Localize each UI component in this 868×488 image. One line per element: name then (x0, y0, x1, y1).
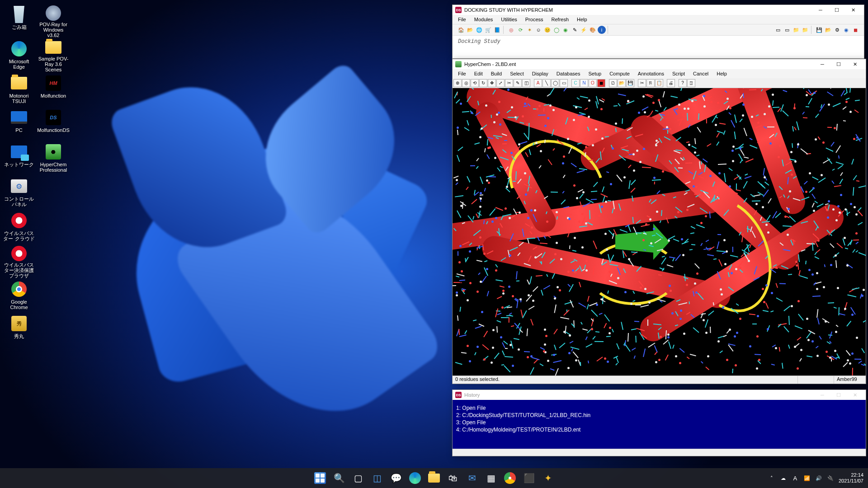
tb-wand-icon[interactable]: ⚡ (580, 26, 588, 34)
taskbar-store-icon[interactable]: 🛍 (445, 470, 461, 486)
start-button[interactable] (312, 470, 328, 486)
tool-rotate-z-icon[interactable]: ↻ (479, 79, 487, 87)
desktop-icon-molfunction[interactable]: HMMolfunction (36, 72, 71, 107)
tb-globe-icon[interactable]: 🌐 (475, 26, 483, 34)
tb-home-icon[interactable]: 🏠 (457, 26, 465, 34)
hyperchem-titlebar[interactable]: HyperChem - 2LBD.ent ─ ☐ ✕ (453, 59, 866, 69)
desktop-icon-recycle[interactable]: ごみ箱 (2, 4, 36, 38)
desktop-icon-chrome[interactable]: Google Chrome (2, 278, 36, 313)
tray-ime-icon[interactable]: A (792, 474, 799, 482)
tool-rect-icon[interactable]: ▭ (560, 79, 568, 87)
chat-button[interactable]: 💬 (388, 470, 404, 486)
desktop-icon-molfunctionds[interactable]: DSMolfunctionDS (36, 107, 71, 141)
history-titlebar[interactable]: DS History ─ ☐ ✕ (453, 390, 866, 400)
tb-open-icon[interactable]: 📂 (466, 26, 474, 34)
tray-power-icon[interactable]: 🔌 (827, 474, 834, 482)
tool-line-icon[interactable]: ╲ (542, 79, 551, 87)
desktop-icon-hidemaru[interactable]: 秀秀丸 (2, 313, 36, 347)
taskbar-mail-icon[interactable]: ✉ (464, 470, 480, 486)
tb-info-icon[interactable]: i (598, 26, 606, 34)
taskbar-hyperchem-icon[interactable]: ⬛ (521, 470, 537, 486)
hyperchem-menu-databases[interactable]: Databases (553, 70, 584, 77)
tool-draw-icon[interactable]: ⊕ (453, 79, 462, 87)
history-maximize-button[interactable]: ☐ (830, 390, 847, 400)
search-button[interactable]: 🔍 (331, 470, 347, 486)
tb-atom-icon[interactable]: ✶ (525, 26, 533, 34)
desktop-icon-controlpanel[interactable]: コントロール パネル (2, 175, 36, 210)
desktop-icon-trend[interactable]: ウイルスバスター決済保護ブラウザ (2, 244, 36, 278)
taskbar-app1-icon[interactable]: ▦ (483, 470, 499, 486)
tb-target-icon[interactable]: ◎ (507, 26, 515, 34)
widgets-button[interactable]: ◫ (369, 470, 385, 486)
docking-titlebar[interactable]: DS DOCKING STUDY WITH HYPERCHEM ─ ☐ ✕ (453, 5, 864, 15)
desktop-icon-folder[interactable]: Motonori TSUJI (2, 72, 36, 107)
tool-context-help-icon[interactable]: ⍰ (687, 79, 695, 87)
tb-ring-icon[interactable]: ◉ (561, 26, 570, 34)
docking-menu-help[interactable]: Help (573, 16, 591, 23)
desktop-icon-network[interactable]: ネットワーク (2, 141, 36, 175)
hyperchem-maximize-button[interactable]: ☐ (830, 59, 847, 69)
desktop-icon-edge[interactable]: Microsoft Edge (2, 38, 36, 72)
docking-maximize-button[interactable]: ☐ (829, 5, 845, 15)
tb-circle2-icon[interactable]: ◉ (842, 26, 850, 34)
tray-volume-icon[interactable]: 🔊 (815, 474, 822, 482)
tray-chevron-icon[interactable]: ˄ (768, 474, 775, 482)
tb-circle-icon[interactable]: ◯ (552, 26, 561, 34)
tool-nitrogen-icon[interactable]: N (580, 79, 588, 87)
history-minimize-button[interactable]: ─ (814, 390, 830, 400)
tool-carbon-icon[interactable]: C (571, 79, 580, 87)
hyperchem-menu-select[interactable]: Select (506, 70, 528, 77)
tray-onedrive-icon[interactable]: ☁ (780, 474, 787, 482)
hyperchem-menu-display[interactable]: Display (528, 70, 552, 77)
tool-cut-icon[interactable]: ✂ (638, 79, 646, 87)
tb-edit-icon[interactable]: ✎ (571, 26, 579, 34)
tb-palette-icon[interactable]: 🎨 (589, 26, 597, 34)
history-close-button[interactable]: ✕ (847, 390, 863, 400)
tool-text-A-icon[interactable]: A (534, 79, 542, 87)
hyperchem-menu-edit[interactable]: Edit (471, 70, 486, 77)
history-scrollbar[interactable] (453, 449, 866, 456)
tb-smile-icon[interactable]: ☺ (534, 26, 542, 34)
tb-window1-icon[interactable]: ▭ (774, 26, 782, 34)
docking-minimize-button[interactable]: ─ (812, 5, 829, 15)
desktop-icon-hyperchem[interactable]: ⬣HyperChem Professional (36, 141, 71, 175)
history-body[interactable]: 1: Open File2: C:/DockingStudy/TEST/TUTO… (453, 400, 866, 449)
tray-wifi-icon[interactable]: 📶 (803, 474, 811, 482)
tb-book-icon[interactable]: 📘 (493, 26, 501, 34)
tool-copy-icon[interactable]: ⎘ (646, 79, 655, 87)
taskview-button[interactable]: ▢ (350, 470, 366, 486)
tool-clip-icon[interactable]: ◫ (522, 79, 530, 87)
desktop-icon-folder[interactable]: Sample POV-Ray 3.6 Scenes (36, 38, 71, 72)
docking-menu-utilities[interactable]: Utilities (497, 16, 520, 23)
tb-open2-icon[interactable]: 📁 (792, 26, 800, 34)
tb-window2-icon[interactable]: ▭ (783, 26, 791, 34)
tb-open3-icon[interactable]: 📁 (801, 26, 809, 34)
tool-help-icon[interactable]: ? (679, 79, 687, 87)
tool-select-icon[interactable]: ◎ (462, 79, 470, 87)
tb-folder-icon[interactable]: 📂 (824, 26, 832, 34)
taskbar-clock[interactable]: 22:14 2021/11/07 (839, 472, 863, 484)
hyperchem-canvas[interactable] (453, 88, 866, 375)
tool-zoom-icon[interactable]: ⤢ (496, 79, 505, 87)
tool-print-icon[interactable]: 🖨 (667, 79, 675, 87)
tool-translate-icon[interactable]: ✥ (488, 79, 496, 87)
tool-rotate-xy-icon[interactable]: ⟲ (471, 79, 479, 87)
tb-gear-icon[interactable]: ⚙ (833, 26, 841, 34)
desktop-icon-trend[interactable]: ウイルスバスター クラウド (2, 210, 36, 244)
tool-zclip-icon[interactable]: ✂ (505, 79, 513, 87)
docking-menu-process[interactable]: Process (522, 16, 547, 23)
hyperchem-menu-file[interactable]: File (454, 70, 470, 77)
tool-oxygen-icon[interactable]: O (589, 79, 597, 87)
hyperchem-menu-help[interactable]: Help (713, 70, 731, 77)
tool-new-icon[interactable]: 🗋 (609, 79, 617, 87)
docking-close-button[interactable]: ✕ (845, 5, 861, 15)
tb-cart-icon[interactable]: 🛒 (484, 26, 492, 34)
tb-refresh-green-icon[interactable]: ⟳ (516, 26, 524, 34)
tool-paste-icon[interactable]: 📋 (655, 79, 663, 87)
tool-open-icon[interactable]: 📂 (618, 79, 626, 87)
tool-ellipse-icon[interactable]: ◯ (551, 79, 559, 87)
tb-neutral-icon[interactable]: 😐 (543, 26, 552, 34)
tool-save-icon[interactable]: 💾 (626, 79, 634, 87)
hyperchem-menu-script[interactable]: Script (669, 70, 689, 77)
desktop-icon-povray[interactable]: POV-Ray for Windows v3.62 (36, 4, 71, 38)
